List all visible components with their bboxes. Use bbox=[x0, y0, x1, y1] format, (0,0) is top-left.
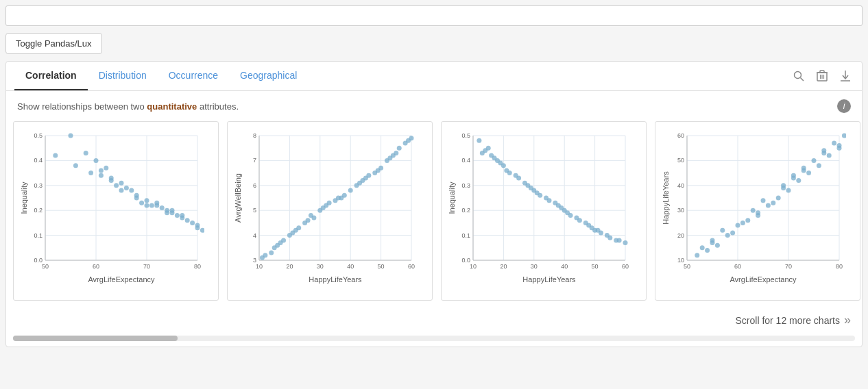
svg-point-126 bbox=[306, 218, 311, 223]
svg-point-58 bbox=[190, 221, 195, 225]
svg-point-137 bbox=[360, 178, 365, 183]
svg-point-248 bbox=[786, 188, 791, 193]
svg-point-236 bbox=[700, 245, 705, 250]
svg-point-271 bbox=[781, 186, 786, 190]
svg-point-55 bbox=[175, 213, 180, 218]
tab-correlation[interactable]: Correlation bbox=[14, 62, 88, 90]
svg-text:60: 60 bbox=[622, 263, 629, 270]
svg-text:HappyLifeYears: HappyLifeYears bbox=[662, 171, 670, 225]
delete-icon[interactable] bbox=[814, 68, 830, 84]
svg-point-140 bbox=[296, 225, 301, 230]
svg-point-247 bbox=[776, 196, 781, 201]
svg-point-239 bbox=[725, 233, 730, 238]
scroll-text: Scroll for 12 more charts bbox=[735, 315, 840, 326]
svg-point-123 bbox=[269, 251, 274, 255]
svg-point-261 bbox=[842, 134, 846, 138]
svg-point-39 bbox=[104, 166, 108, 171]
svg-text:0.4: 0.4 bbox=[461, 157, 470, 164]
scrollbar-thumb[interactable] bbox=[13, 336, 178, 341]
svg-text:5: 5 bbox=[253, 207, 256, 214]
toggle-pandas-lux-button[interactable]: Toggle Pandas/Lux bbox=[5, 33, 102, 54]
svg-point-35 bbox=[53, 153, 58, 158]
svg-point-252 bbox=[806, 171, 811, 175]
svg-text:50: 50 bbox=[378, 263, 385, 270]
svg-text:AvrgLifeExpectancy: AvrgLifeExpectancy bbox=[730, 275, 797, 284]
svg-text:6: 6 bbox=[253, 182, 256, 189]
main-panel: Correlation Distribution Occurrence Geog… bbox=[5, 61, 863, 347]
svg-point-34 bbox=[69, 134, 73, 138]
svg-text:50: 50 bbox=[42, 263, 49, 270]
svg-text:50: 50 bbox=[684, 263, 690, 270]
svg-text:20: 20 bbox=[286, 263, 293, 270]
svg-rect-4 bbox=[820, 71, 824, 73]
svg-line-1 bbox=[801, 78, 804, 81]
svg-point-194 bbox=[514, 173, 518, 178]
svg-text:30: 30 bbox=[677, 207, 684, 214]
svg-text:50: 50 bbox=[592, 263, 599, 270]
tab-occurrence[interactable]: Occurrence bbox=[158, 62, 229, 90]
svg-point-0 bbox=[795, 72, 801, 79]
svg-point-41 bbox=[99, 173, 104, 178]
svg-text:0.5: 0.5 bbox=[34, 132, 43, 139]
svg-point-50 bbox=[149, 203, 154, 208]
svg-text:Inequality: Inequality bbox=[448, 181, 456, 214]
svg-point-139 bbox=[336, 196, 341, 201]
svg-point-272 bbox=[837, 143, 842, 148]
svg-text:50: 50 bbox=[677, 157, 684, 164]
svg-text:0.3: 0.3 bbox=[34, 182, 43, 189]
svg-point-64 bbox=[195, 225, 200, 230]
svg-point-234 bbox=[695, 253, 699, 258]
svg-point-135 bbox=[309, 213, 313, 218]
scroll-footer: Scroll for 12 more charts » bbox=[6, 308, 862, 333]
tab-distribution[interactable]: Distribution bbox=[88, 62, 158, 90]
svg-point-268 bbox=[791, 175, 796, 180]
svg-point-241 bbox=[736, 223, 740, 228]
svg-text:70: 70 bbox=[785, 263, 792, 270]
svg-text:40: 40 bbox=[561, 263, 568, 270]
svg-point-242 bbox=[745, 218, 750, 223]
svg-text:80: 80 bbox=[836, 263, 843, 270]
svg-point-57 bbox=[185, 218, 190, 223]
svg-point-127 bbox=[321, 205, 326, 210]
svg-point-43 bbox=[119, 181, 124, 186]
tab-geographical[interactable]: Geographical bbox=[229, 62, 308, 90]
svg-point-250 bbox=[796, 178, 801, 183]
svg-point-206 bbox=[522, 181, 527, 186]
svg-text:60: 60 bbox=[408, 263, 415, 270]
svg-text:10: 10 bbox=[470, 263, 477, 270]
svg-point-207 bbox=[553, 201, 557, 205]
svg-point-192 bbox=[483, 148, 487, 153]
svg-point-44 bbox=[114, 183, 119, 188]
search-icon[interactable] bbox=[791, 68, 807, 84]
svg-point-265 bbox=[801, 168, 806, 173]
scrollbar-track[interactable] bbox=[13, 336, 855, 341]
svg-text:AvrgLifeExpectancy: AvrgLifeExpectancy bbox=[88, 275, 155, 284]
scroll-arrow-icon: » bbox=[844, 313, 851, 327]
svg-point-199 bbox=[590, 225, 594, 230]
svg-text:30: 30 bbox=[317, 263, 324, 270]
scrollbar-row bbox=[6, 333, 862, 347]
svg-point-40 bbox=[88, 171, 93, 175]
info-icon[interactable]: i bbox=[837, 99, 851, 113]
svg-point-263 bbox=[740, 221, 745, 225]
svg-text:AvrgWellBeing: AvrgWellBeing bbox=[234, 173, 242, 223]
svg-point-132 bbox=[406, 138, 411, 143]
svg-text:40: 40 bbox=[347, 263, 354, 270]
svg-text:4: 4 bbox=[253, 232, 256, 239]
svg-point-246 bbox=[761, 198, 766, 203]
description-highlight: quantitative bbox=[147, 101, 197, 112]
svg-text:0.4: 0.4 bbox=[34, 157, 43, 164]
description-prefix: Show relationships between two bbox=[17, 101, 147, 112]
svg-text:20: 20 bbox=[677, 232, 684, 239]
svg-point-262 bbox=[730, 230, 735, 235]
svg-text:0.1: 0.1 bbox=[461, 232, 470, 239]
svg-text:8: 8 bbox=[253, 132, 256, 139]
svg-point-267 bbox=[756, 210, 760, 215]
download-icon[interactable] bbox=[837, 68, 854, 84]
svg-point-202 bbox=[535, 190, 540, 195]
svg-point-65 bbox=[180, 213, 184, 218]
svg-point-36 bbox=[84, 151, 88, 155]
svg-text:HappyLifeYears: HappyLifeYears bbox=[522, 275, 576, 284]
df-input[interactable]: df bbox=[5, 5, 863, 26]
svg-text:60: 60 bbox=[677, 132, 684, 139]
